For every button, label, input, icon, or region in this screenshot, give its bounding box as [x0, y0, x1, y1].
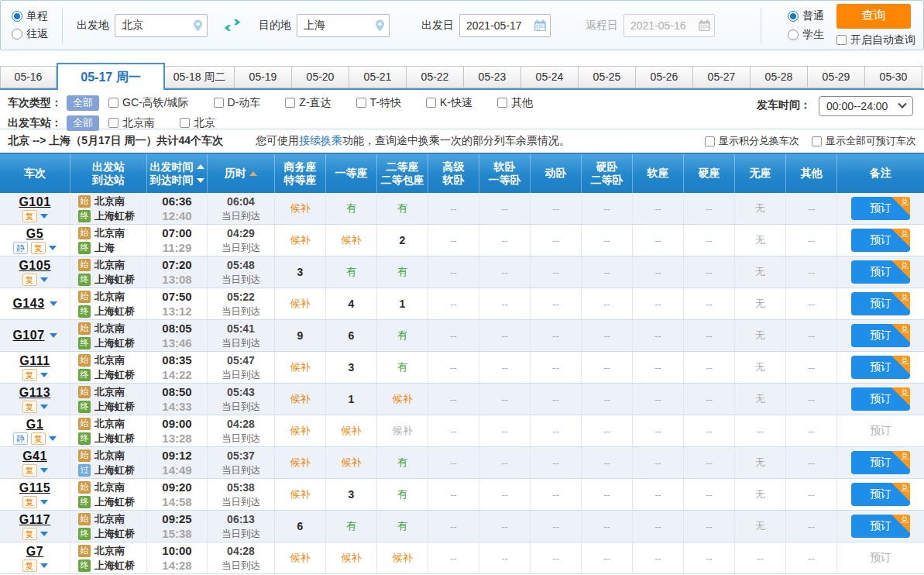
expand-caret-icon[interactable] [49, 246, 57, 250]
seat-cell-business-seat: 3 [275, 257, 326, 288]
checkbox-icon[interactable] [426, 98, 436, 108]
sort-asc-icon[interactable] [197, 164, 204, 169]
passenger-type-radio-group: 普通学生 [788, 9, 824, 42]
train-number-link[interactable]: G107 [12, 329, 44, 343]
query-button[interactable]: 查询 [836, 4, 911, 29]
date-tab-05-26[interactable]: 05-26 [636, 66, 693, 88]
passenger-type-option[interactable]: 普通 [788, 9, 824, 23]
train-number-link[interactable]: G115 [19, 481, 50, 495]
depart-station-all-badge[interactable]: 全部 [67, 115, 99, 131]
seat-cell-ev-sleeper: -- [531, 257, 582, 288]
date-tab-05-23[interactable]: 05-23 [464, 66, 521, 88]
date-tab-05-29[interactable]: 05-29 [808, 66, 865, 88]
book-button[interactable]: 预订兑 [851, 515, 910, 538]
train-number-link[interactable]: G105 [19, 259, 50, 273]
checkbox-icon[interactable] [705, 136, 715, 146]
book-button[interactable]: 预订兑 [851, 451, 910, 474]
date-tab-05-24[interactable]: 05-24 [521, 66, 579, 88]
train-number-link[interactable]: G117 [19, 513, 50, 527]
location-pin-icon[interactable] [374, 19, 386, 33]
train-type-checkbox-item[interactable]: K-快速 [426, 96, 472, 110]
depart-station-checkbox-item[interactable]: 北京南 [108, 116, 155, 130]
train-number-link[interactable]: G143 [12, 297, 44, 311]
date-tab-05-16[interactable]: 05-16 [0, 66, 57, 88]
train-type-checkbox-item[interactable]: GC-高铁/城际 [108, 96, 189, 110]
train-number-link[interactable]: G113 [19, 386, 50, 400]
expand-caret-icon[interactable] [40, 532, 48, 536]
train-line: G7 [26, 545, 43, 559]
expand-caret-icon[interactable] [49, 436, 57, 441]
trip-type-option[interactable]: 往返 [12, 27, 48, 41]
expand-caret-icon[interactable] [40, 563, 48, 568]
train-type-checkbox-item[interactable]: 其他 [497, 96, 533, 110]
checkbox-icon[interactable] [836, 35, 847, 45]
expand-caret-icon[interactable] [40, 277, 48, 282]
date-tab-05-28[interactable]: 05-28 [751, 66, 808, 88]
checkbox-icon[interactable] [812, 136, 822, 146]
passenger-type-option[interactable]: 学生 [788, 28, 824, 42]
swap-stations-icon[interactable] [223, 19, 243, 33]
expand-caret-icon[interactable] [40, 468, 48, 473]
train-number-link[interactable]: G41 [22, 449, 47, 463]
checkbox-icon[interactable] [108, 118, 119, 128]
seat-availability: -- [501, 362, 508, 374]
train-type-checkbox-item[interactable]: D-动车 [214, 96, 261, 110]
sort-desc-icon[interactable] [197, 178, 204, 183]
train-type-checkbox-item[interactable]: Z-直达 [285, 96, 331, 110]
train-number-link[interactable]: G101 [19, 195, 50, 209]
train-number-link[interactable]: G7 [26, 545, 43, 559]
sort-asc-active-icon[interactable] [249, 171, 257, 176]
book-button[interactable]: 预订兑 [851, 197, 910, 220]
calendar-icon[interactable] [534, 19, 547, 32]
expand-caret-icon[interactable] [50, 301, 57, 306]
train-number-link[interactable]: G111 [19, 354, 50, 368]
show-points-checkbox-item[interactable]: 显示积分兑换车次 [705, 134, 799, 148]
book-button[interactable]: 预订兑 [851, 324, 910, 347]
checkbox-icon[interactable] [214, 98, 224, 108]
date-tab-05-19[interactable]: 05-19 [235, 66, 292, 88]
book-button[interactable]: 预订兑 [851, 260, 910, 284]
train-number-link[interactable]: G5 [26, 227, 43, 241]
expand-caret-icon[interactable] [40, 373, 48, 377]
date-tab-05-22[interactable]: 05-22 [407, 66, 464, 88]
show-all-bookable-checkbox-item[interactable]: 显示全部可预订车次 [812, 134, 916, 148]
date-tab-05-20[interactable]: 05-20 [292, 66, 349, 88]
date-tab-05-25[interactable]: 05-25 [579, 66, 636, 88]
col-header-times[interactable]: 出发时间到达时间 [147, 154, 208, 193]
seat-availability: 有 [397, 456, 407, 470]
checkbox-icon[interactable] [497, 98, 507, 108]
train-type-checkbox-item[interactable]: T-特快 [356, 96, 401, 110]
book-button[interactable]: 预订兑 [851, 229, 910, 252]
book-button[interactable]: 预订兑 [851, 387, 910, 411]
date-tab-05-30[interactable]: 05-30 [865, 66, 922, 88]
checkbox-icon[interactable] [180, 118, 190, 128]
expand-caret-icon[interactable] [40, 214, 48, 219]
expand-caret-icon[interactable] [40, 500, 48, 504]
expand-caret-icon[interactable] [40, 405, 48, 409]
radio-icon[interactable] [788, 29, 799, 40]
location-pin-icon[interactable] [192, 19, 204, 33]
book-button[interactable]: 预订兑 [851, 292, 910, 315]
radio-icon[interactable] [12, 29, 22, 40]
radio-icon[interactable] [12, 11, 22, 22]
train-number-link[interactable]: G1 [26, 418, 43, 432]
transfer-link[interactable]: 接续换乘 [299, 134, 342, 146]
book-button[interactable]: 预订兑 [851, 483, 910, 506]
col-header-duration[interactable]: 历时 [208, 154, 275, 193]
checkbox-icon[interactable] [285, 98, 295, 108]
date-tab-05-21[interactable]: 05-21 [349, 66, 407, 88]
expand-caret-icon[interactable] [50, 333, 57, 338]
depart-station-checkbox-item[interactable]: 北京 [180, 116, 215, 130]
auto-query-checkbox-item[interactable]: 开启自动查询 [836, 33, 915, 47]
radio-icon[interactable] [788, 11, 799, 22]
book-button[interactable]: 预订兑 [851, 356, 910, 379]
date-tab-05-18[interactable]: 05-18 周二 [165, 66, 235, 88]
train-type-all-badge[interactable]: 全部 [67, 95, 99, 111]
depart-time-select[interactable]: 00:00--24:00 [819, 96, 913, 116]
date-tab-05-17[interactable]: 05-17 周一 [57, 63, 165, 90]
trip-type-option[interactable]: 单程 [12, 9, 48, 23]
checkbox-icon[interactable] [356, 98, 366, 108]
date-tab-05-27[interactable]: 05-27 [693, 66, 751, 88]
seat-cell-hard-seat: -- [684, 257, 735, 288]
checkbox-icon[interactable] [108, 98, 119, 108]
